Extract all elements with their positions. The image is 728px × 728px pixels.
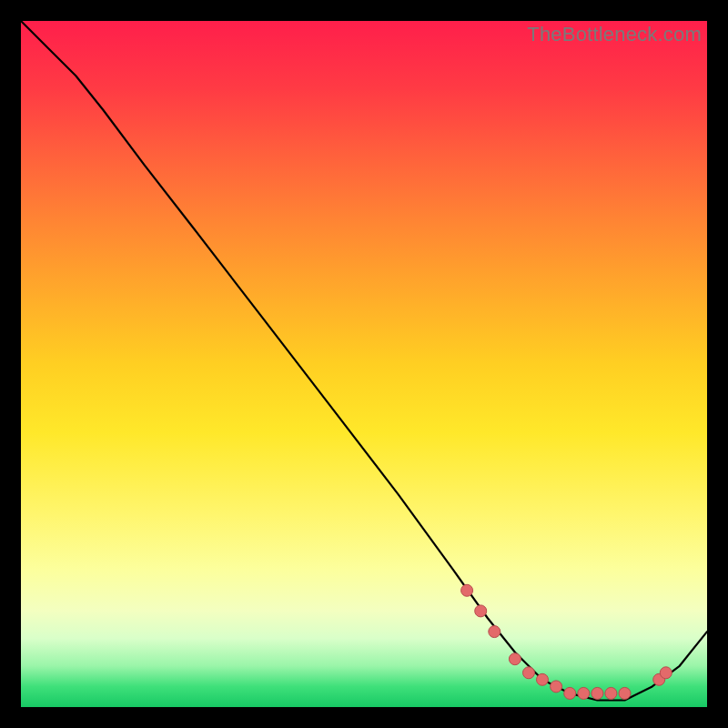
marker-dot: [509, 653, 521, 665]
marker-dot: [551, 681, 562, 693]
marker-dot: [619, 687, 631, 699]
marker-dot: [489, 626, 500, 638]
marker-dot: [564, 687, 576, 699]
marker-dot: [461, 584, 473, 596]
chart-svg: [21, 21, 707, 707]
marker-dot: [523, 667, 535, 679]
marker-dot: [537, 673, 549, 685]
chart-frame: TheBottleneck.com: [21, 21, 707, 707]
marker-dot: [660, 667, 672, 679]
marker-group: [461, 584, 672, 699]
marker-dot: [605, 687, 617, 699]
bottleneck-curve: [21, 21, 707, 701]
marker-dot: [592, 687, 603, 699]
marker-dot: [475, 605, 487, 617]
marker-dot: [578, 687, 590, 699]
